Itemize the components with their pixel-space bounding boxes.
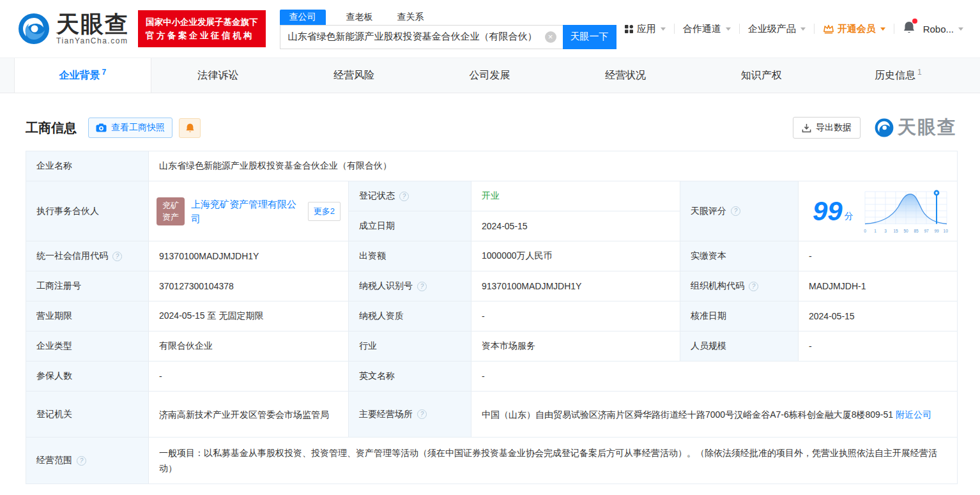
svg-text:1: 1 [874,229,877,233]
tab-intellectual-property[interactable]: 知识产权 [694,58,831,93]
tab-legal-proceedings[interactable]: 法律诉讼 [151,58,287,93]
field-label: 登记机关 [36,409,72,420]
svg-text:97: 97 [924,229,929,233]
svg-text:85: 85 [914,229,919,233]
search-tabs: 查公司 查老板 查关系 [280,9,616,25]
tianyancha-logo[interactable]: 天眼查 TianYanCha.com [18,12,129,45]
tab-label: 知识产权 [741,69,782,82]
business-address-value: 中国（山东）自由贸易试验区济南片区舜华路街道经十路7000号汉峪金谷A7-6栋科… [471,392,957,438]
help-icon[interactable] [417,409,427,419]
tab-label: 公司发展 [470,69,510,82]
help-icon[interactable] [417,282,427,291]
business-scope-label: 经营范围 [26,438,149,484]
brand-domain: TianYanCha.com [56,36,129,45]
field-label: 纳税人识别号 [359,280,413,292]
search-tab-relation[interactable]: 查关系 [394,10,428,25]
snapshot-button[interactable]: 查看工商快照 [88,118,172,138]
tab-company-development[interactable]: 公司发展 [423,58,559,93]
search-button[interactable]: 天眼一下 [563,25,616,49]
notifications-bell[interactable] [903,20,915,37]
apps-grid-icon [624,24,634,34]
help-icon[interactable] [399,192,409,201]
nav-enterprise-label: 企业级产品 [748,23,796,35]
help-icon[interactable] [731,206,740,216]
field-label: 执行事务合伙人 [36,206,99,217]
field-label: 营业期限 [36,310,72,322]
field-value: 2024-05-15 [809,311,855,321]
address-text: 中国（山东）自由贸易试验区济南片区舜华路街道经十路7000号汉峪金谷A7-6栋科… [482,409,893,420]
crown-icon [823,24,834,34]
business-address-label: 主要经营场所 [349,392,471,438]
field-label: 纳税人资质 [359,310,404,322]
field-value: 2024-05-15 至 无固定期限 [159,310,263,322]
monitor-bell-button[interactable] [179,118,201,138]
field-value: - [809,251,812,261]
nav-enterprise-products[interactable]: 企业级产品 [748,23,806,35]
certification-badge: 国家中小企业发展子基金旗下 官方备案企业征信机构 [138,10,266,47]
field-label: 成立日期 [359,220,395,232]
field-label: 组织机构代码 [691,280,744,292]
svg-text:0: 0 [864,229,866,233]
search-input[interactable] [280,25,563,49]
nearby-companies-link[interactable]: 附近公司 [896,409,931,420]
field-label: 天眼评分 [691,206,726,217]
tab-history-info[interactable]: 历史信息1 [830,58,966,93]
credit-code-label: 统一社会信用代码 [26,241,149,271]
staff-size-label: 人员规模 [680,331,799,362]
staff-size-value: - [799,331,957,362]
paid-capital-value: - [799,241,957,271]
company-section-tabs: 企业背景7 法律诉讼 经营风险 公司发展 经营状况 知识产权 历史信息1 [0,57,980,93]
export-data-button[interactable]: 导出数据 [793,117,861,139]
field-value: 济南高新技术产业开发区管委会市场监管局 [159,407,329,422]
nav-apps-label: 应用 [637,23,656,35]
field-label: 核准日期 [691,310,726,322]
help-icon[interactable] [749,282,758,291]
approval-date-value: 2024-05-15 [799,301,957,331]
watermark-text: 天眼查 [898,115,957,141]
nav-vip-membership[interactable]: 开通会员 [823,23,885,35]
org-code-label: 组织机构代码 [680,271,799,301]
field-label: 实缴资本 [691,250,726,262]
tianyancha-logo-icon [18,13,50,45]
partner-avatar[interactable]: 兖矿 资产 [157,197,185,225]
reg-number-label: 工商注册号 [26,271,149,301]
chevron-down-icon [800,27,806,31]
tab-label: 法律诉讼 [197,69,238,82]
tab-operational-risk[interactable]: 经营风险 [287,58,423,93]
tab-label: 经营风险 [333,69,374,82]
search-tab-boss[interactable]: 查老板 [342,10,377,25]
nav-cooperation[interactable]: 合作通道 [683,23,731,35]
partner-more-button[interactable]: 更多2 [308,202,341,221]
field-value: 91370100MADJMJDH1Y [482,281,581,291]
reg-number-value: 370127300104378 [149,271,349,301]
search-tab-company[interactable]: 查公司 [280,10,326,25]
badge-line2: 官方备案企业征信机构 [146,29,258,42]
taxpayer-id-label: 纳税人识别号 [349,271,471,301]
field-value: 370127300104378 [159,281,234,291]
help-icon[interactable] [77,456,86,466]
divider [674,24,675,34]
business-info-header: 工商信息 查看工商快照 导出数据 天眼查 [0,93,980,141]
reg-authority-label: 登记机关 [26,392,149,438]
clear-search-icon[interactable] [545,31,556,43]
tab-operating-status[interactable]: 经营状况 [558,58,694,93]
business-term-label: 营业期限 [26,301,149,331]
export-button-label: 导出数据 [816,122,852,133]
bell-icon [185,123,195,133]
field-value: 1000000万人民币 [482,250,553,262]
section-title: 工商信息 [26,119,77,137]
nav-user-account[interactable]: Robo... [923,24,963,34]
taxpayer-id-value: 91370100MADJMJDH1Y [471,271,680,301]
field-value: - [159,371,162,381]
nav-apps[interactable]: 应用 [624,23,666,35]
svg-text:99: 99 [934,229,939,233]
help-icon[interactable] [112,252,122,261]
partner-company-link[interactable]: 上海兖矿资产管理有限公司 [191,197,302,226]
badge-line1: 国家中小企业发展子基金旗下 [146,15,258,29]
svg-text:3: 3 [884,229,887,233]
capital-label: 出资额 [349,241,471,271]
company-name-label: 企业名称 [26,151,149,181]
field-value: 91370100MADJMJDH1Y [159,251,259,261]
divider [739,24,740,34]
tab-company-background[interactable]: 企业背景7 [14,58,151,93]
